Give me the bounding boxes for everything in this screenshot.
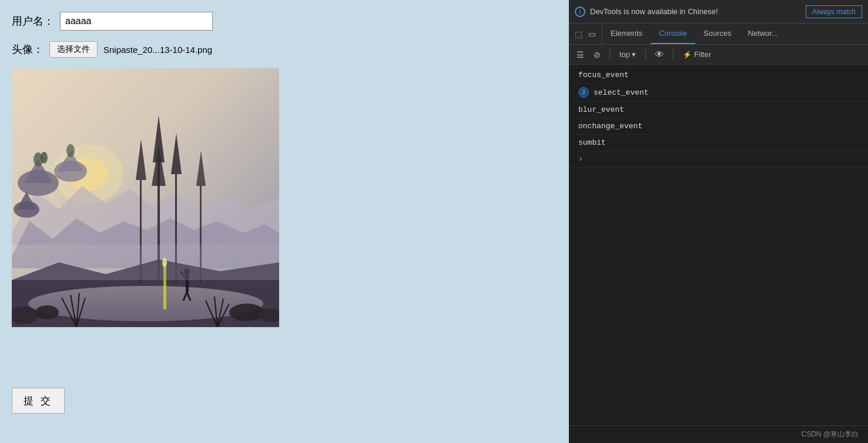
context-dropdown[interactable]: top ▾ xyxy=(616,48,639,61)
filter-icon: ⚡ xyxy=(683,51,692,59)
inspect-icon[interactable]: ⬚ xyxy=(574,28,584,40)
devtools-icon-group: ⬚ ▭ xyxy=(569,24,602,44)
tab-console[interactable]: Console xyxy=(651,24,695,44)
svg-point-35 xyxy=(229,304,264,321)
avatar-label: 头像： xyxy=(12,42,43,56)
svg-point-16 xyxy=(28,286,263,321)
devtools-notification-bar: i DevTools is now available in Chinese! … xyxy=(569,0,868,24)
devtools-bottom-bar: CSDN @寒山李白 xyxy=(569,425,868,443)
svg-rect-45 xyxy=(12,245,279,280)
image-preview xyxy=(12,68,279,327)
console-line: onchange_event xyxy=(569,118,868,135)
console-output: focus_event 2 select_event blur_event on… xyxy=(569,65,868,425)
console-expand-row[interactable]: › xyxy=(569,151,868,168)
console-line: 2 select_event xyxy=(569,84,868,102)
toolbar-separator xyxy=(609,49,610,60)
devtools-message: DevTools is now available in Chinese! xyxy=(590,7,801,16)
console-line: sumbit xyxy=(569,135,868,151)
file-name: Snipaste_20...13-10-14.png xyxy=(103,45,212,55)
eye-icon[interactable]: 👁 xyxy=(652,48,667,62)
devtools-toolbar: ☰ ⊘ top ▾ 👁 ⚡ Filter xyxy=(569,45,868,65)
dropdown-arrow-icon: ▾ xyxy=(632,50,636,59)
username-input[interactable] xyxy=(60,12,213,31)
console-line: focus_event xyxy=(569,67,868,84)
console-badge: 2 xyxy=(578,87,589,98)
always-match-button[interactable]: Always match xyxy=(806,5,862,18)
console-text-select: select_event xyxy=(594,88,649,97)
credit-text: CSDN @寒山李白 xyxy=(801,429,859,439)
sidebar-toggle-icon[interactable]: ☰ xyxy=(574,48,587,61)
console-text-focus: focus_event xyxy=(578,71,629,79)
main-page: 用户名： 头像： 选择文件 Snipaste_20...13-10-14.png xyxy=(0,0,569,443)
expand-icon[interactable]: › xyxy=(578,155,583,164)
console-text-submit: sumbit xyxy=(578,138,606,147)
clear-icon[interactable]: ⊘ xyxy=(591,48,604,61)
svg-point-34 xyxy=(35,305,59,319)
devtools-tabs-bar: ⬚ ▭ Elements Console Sources Networ... xyxy=(569,24,868,45)
console-text-onchange: onchange_event xyxy=(578,122,642,131)
device-icon[interactable]: ▭ xyxy=(587,28,597,40)
toolbar-separator-2 xyxy=(645,49,646,60)
filter-section: ⚡ Filter xyxy=(683,50,711,59)
svg-point-12 xyxy=(41,152,48,164)
tab-network[interactable]: Networ... xyxy=(740,24,786,44)
avatar-row: 头像： 选择文件 Snipaste_20...13-10-14.png xyxy=(12,41,557,58)
devtools-panel: i DevTools is now available in Chinese! … xyxy=(569,0,868,443)
submit-button[interactable]: 提 交 xyxy=(12,388,65,414)
svg-point-13 xyxy=(66,144,75,157)
username-label: 用户名： xyxy=(12,14,54,28)
tab-elements[interactable]: Elements xyxy=(602,24,651,44)
info-icon: i xyxy=(575,6,585,17)
console-line: blur_event xyxy=(569,102,868,118)
landscape-image xyxy=(12,68,279,327)
choose-file-button[interactable]: 选择文件 xyxy=(49,41,98,58)
console-text-blur: blur_event xyxy=(578,105,624,114)
toolbar-separator-3 xyxy=(673,49,673,60)
username-row: 用户名： xyxy=(12,12,557,31)
tab-sources[interactable]: Sources xyxy=(695,24,740,44)
